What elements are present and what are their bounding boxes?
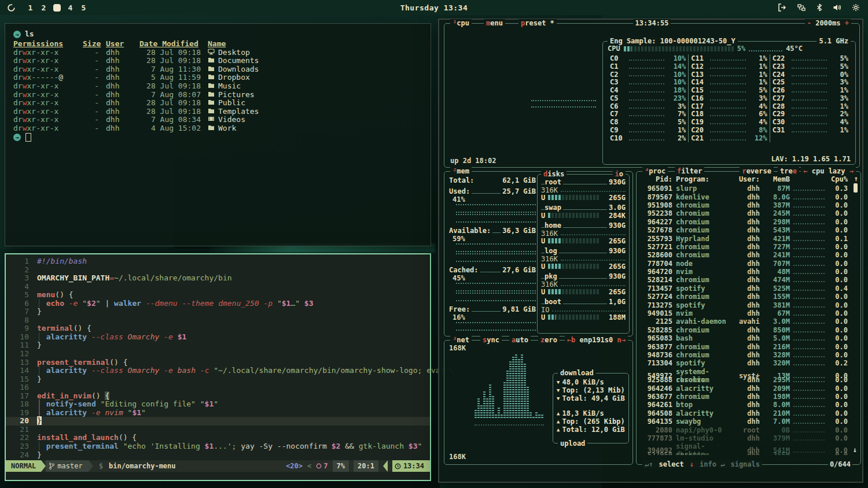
core-name: C20: [691, 126, 707, 134]
bluetooth-icon[interactable]: [816, 3, 822, 12]
net-sync-toggle[interactable]: sync: [480, 336, 502, 344]
proc-row[interactable]: 528214chromiumdhh474M0.0: [640, 276, 858, 284]
scroll-up-arrow[interactable]: ↑: [854, 175, 858, 183]
net-interface-switcher[interactable]: ←b enp191s0 n→: [565, 336, 628, 344]
code-line[interactable]: 24}: [6, 451, 430, 460]
code-line[interactable]: 6│ echo -e "$2" | walker --dmenu --theme…: [6, 300, 430, 308]
proc-pid: 255793: [640, 235, 672, 243]
col-header-program[interactable]: Program:: [676, 175, 729, 183]
code-line[interactable]: 4: [6, 283, 430, 291]
proc-row[interactable]: 527678chromiumdhh543M0.0: [640, 226, 858, 234]
net-auto-toggle[interactable]: auto: [509, 336, 531, 344]
code-line[interactable]: 21: [6, 426, 430, 434]
proc-row[interactable]: 394092signal-desktopdhh541M0.0: [640, 442, 858, 450]
proc-row[interactable]: 713275spotifydhh381M0.0: [640, 301, 858, 309]
signals-action[interactable]: signals: [730, 460, 760, 468]
mem-usage-graph: [456, 214, 536, 223]
network-icon[interactable]: [797, 3, 806, 12]
proc-sort-selector[interactable]: ← cpu lazy →: [801, 167, 856, 175]
select-action[interactable]: select: [659, 460, 683, 468]
menu-button[interactable]: menu: [484, 19, 505, 27]
code-line[interactable]: 20}: [6, 417, 430, 426]
proc-row[interactable]: 965083bashdhh5.0M0.0: [640, 334, 858, 342]
proc-row[interactable]: 964246alacrittydhh209M0.0: [640, 384, 858, 392]
code-line[interactable]: 7}: [6, 308, 430, 316]
code-line[interactable]: 11}: [6, 341, 430, 350]
code-line[interactable]: 14│ alacritty --class Omarchy -e bash -c…: [6, 367, 430, 375]
disk-io-graph: [561, 282, 626, 286]
prompt-row-empty[interactable]: →: [13, 133, 431, 142]
proc-row[interactable]: 964261btopdhh8.0M0.0: [640, 401, 858, 409]
proc-row[interactable]: 527950chromiumdhh355M0.0: [640, 451, 858, 456]
proc-reverse-toggle[interactable]: reverse: [740, 167, 774, 175]
proc-row[interactable]: 527721chromiumdhh727M0.0: [640, 243, 858, 251]
code-line[interactable]: 3OMARCHY_BIN_PATH=~/.local/share/omarchy…: [6, 274, 430, 283]
proc-program: chromium: [676, 451, 729, 455]
proc-row[interactable]: 963677chromiumdhh198M0.0: [640, 393, 858, 401]
nvim-window[interactable]: 1#!/bin/bash23OMARCHY_BIN_PATH=~/.local/…: [5, 253, 431, 481]
proc-row[interactable]: 777873lm-studiodhh379M0.0: [640, 434, 858, 442]
info-action[interactable]: info ↵: [700, 460, 724, 468]
net-speed-rows: ▼48,0 KiB/s▼Top: (2,13 Mib)▼Total: 49,4 …: [557, 378, 625, 434]
preset-button[interactable]: preset *: [518, 19, 557, 27]
disk-used-row: U188M: [541, 313, 626, 321]
code-line[interactable]: 9terminal() {: [6, 324, 430, 333]
code-line[interactable]: 16: [6, 383, 430, 392]
proc-row[interactable]: 965091slurpdhh87M0.3: [640, 184, 858, 193]
proc-row[interactable]: 528600chromiumdhh241M0.0: [640, 251, 858, 259]
proc-row[interactable]: 713457spotifydhh525M0.4: [640, 284, 858, 293]
settings-gear-icon[interactable]: [852, 3, 860, 12]
proc-row[interactable]: 549972systemd-resolvesyst+13M0.0: [640, 368, 858, 376]
proc-row[interactable]: 951908chromiumdhh387M0.0: [640, 201, 858, 209]
proc-program: chromium: [676, 201, 729, 209]
proc-row[interactable]: 964135swaybgdhh7.0M0.0: [640, 417, 858, 426]
disk-used-value: 265G: [609, 288, 626, 296]
volume-icon[interactable]: [833, 3, 841, 12]
proc-row[interactable]: 778704nodedhh707M0.0: [640, 260, 858, 268]
proc-row[interactable]: 964508alacrittydhh210M0.0: [640, 409, 858, 417]
net-zero-toggle[interactable]: zero: [538, 336, 560, 344]
code-line[interactable]: 18│ notify-send "Editing config file" "$…: [6, 400, 430, 409]
update-interval-control[interactable]: - 2000ms +: [805, 19, 851, 27]
code-line[interactable]: 1#!/bin/bash: [6, 257, 430, 266]
proc-row[interactable]: 964720nvimdhh48M0.0: [640, 268, 858, 276]
code-line[interactable]: 13present_terminal() {: [6, 358, 430, 367]
videos-film-icon: [208, 116, 215, 124]
code-line[interactable]: 12: [6, 350, 430, 358]
proc-row[interactable]: 879567kdenlivedhh8.0G0.0: [640, 193, 858, 201]
btop-window[interactable]: ¹cpu menu preset * 13:34:55 - 2000ms + u…: [438, 19, 863, 483]
col-header-pid[interactable]: Pid:: [640, 175, 672, 183]
code-line[interactable]: 15}: [6, 375, 430, 384]
code-line[interactable]: 10│ alacritty --class Omarchy -e $1: [6, 333, 430, 342]
proc-row[interactable]: 949015nvimdhh67M0.0: [640, 309, 858, 317]
proc-filter-button[interactable]: filter: [675, 167, 704, 175]
code-line[interactable]: 23│ present_terminal "echo 'Installing $…: [6, 442, 430, 451]
logout-icon[interactable]: [778, 3, 786, 12]
proc-row[interactable]: 948736chromiumdhh328M0.0: [640, 351, 858, 359]
proc-row[interactable]: 2080napi/phy0-0root0B0.0: [640, 426, 858, 434]
code-line[interactable]: 8: [6, 316, 430, 325]
proc-row[interactable]: 527724chromiumdhh155M0.0: [640, 293, 858, 301]
proc-row[interactable]: 963877chromiumdhh216M0.0: [640, 342, 858, 350]
code-line[interactable]: 19│ alacritty -e nvim "$1": [6, 409, 430, 417]
terminal-window-ls[interactable]: → ls Permissions Size User Date Modified…: [5, 23, 431, 246]
col-header-user[interactable]: User:: [732, 175, 760, 183]
proc-row[interactable]: 2125avahi-daemonavahi3.0M0.0: [640, 317, 858, 326]
disks-title[interactable]: disks: [541, 170, 567, 178]
proc-row[interactable]: 713304spotifydhh320M0.2: [640, 359, 858, 367]
proc-row[interactable]: 964227chromiumdhh298M0.0: [640, 218, 858, 226]
proc-row[interactable]: 255793Hyprlanddhh421M0.1: [640, 234, 858, 242]
proc-tree-toggle[interactable]: tree: [778, 167, 799, 175]
io-title[interactable]: io: [613, 170, 626, 178]
col-header-memb[interactable]: MemB: [763, 175, 790, 183]
disk-name-row: swap3.0G: [541, 204, 626, 212]
code-line[interactable]: 5menu() {: [6, 291, 430, 300]
proc-row[interactable]: 952238chromiumdhh245M0.0: [640, 209, 858, 217]
code-line[interactable]: 22install_and_launch() {: [6, 434, 430, 442]
proc-row[interactable]: 925888chromiumdhh295M0.0: [640, 376, 858, 384]
scroll-down-arrow[interactable]: ↓: [853, 446, 857, 454]
proc-row[interactable]: 528285chromiumdhh850M0.0: [640, 326, 858, 334]
code-line[interactable]: 2: [6, 266, 430, 275]
net-graph-bar: [538, 415, 540, 418]
col-header-cpu[interactable]: Cpu%: [828, 175, 848, 183]
